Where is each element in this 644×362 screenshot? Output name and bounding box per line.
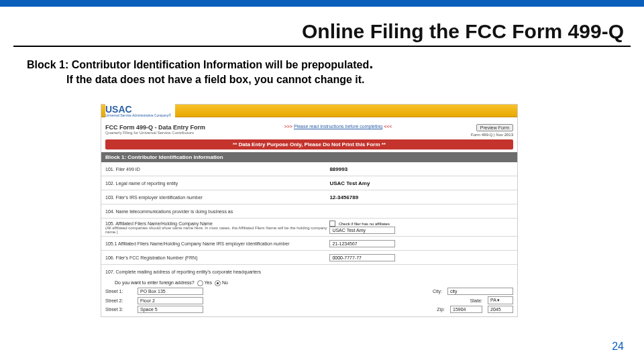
- form-gold-bar: USAC Universal Service Administrative Co…: [101, 105, 517, 117]
- form-instructions: >>> Please read instructions before comp…: [205, 124, 471, 137]
- label-107: 107. Complete mailing address of reporti…: [105, 269, 513, 274]
- body-line1: Contributor Identification Information w…: [68, 59, 369, 70]
- block-header: Block 1: Contributor Identification Info…: [101, 152, 517, 162]
- top-accent-bar: [0, 0, 644, 7]
- form-title-left: FCC Form 499-Q - Data Entry Form Quarter…: [105, 124, 205, 137]
- zip-label: Zip:: [426, 307, 445, 312]
- usac-logo: USAC Universal Service Administrative Co…: [105, 103, 175, 117]
- label-103: 103. Filer's IRS employer identification…: [105, 195, 329, 200]
- body-text: Block 1: Contributor Identification Info…: [0, 54, 644, 86]
- street3-input[interactable]: Space 5: [138, 306, 203, 313]
- label-102: 102. Legal name of reporting entity: [105, 181, 329, 186]
- body-line2: If the data does not have a field box, y…: [66, 72, 617, 87]
- street2-label: Street 2:: [105, 298, 132, 303]
- no-affiliates-checkbox[interactable]: [329, 221, 335, 227]
- slide-title: Online Filing the FCC Form 499-Q: [0, 7, 644, 46]
- instructions-link[interactable]: Please read instructions before completi…: [294, 124, 382, 129]
- label-101: 101. Filer 499 ID: [105, 167, 329, 172]
- affiliated-ein-input[interactable]: 21-1234567: [329, 240, 395, 247]
- city-input[interactable]: city: [447, 288, 513, 295]
- form-stamp: Form 499-Q | Nov 2013: [471, 133, 513, 137]
- value-101: 889993: [329, 166, 513, 172]
- title-underline: [13, 46, 631, 47]
- label-104: 104. Name telecommunications provider is…: [105, 209, 329, 214]
- foreign-yes-radio[interactable]: [197, 280, 203, 286]
- label-1051: 105.1 Affiliated Filers Name/Holding Com…: [105, 241, 329, 246]
- value-105: Check if filer has no affiliates USAC Te…: [329, 221, 513, 234]
- form-title-right: Preview Form Form 499-Q | Nov 2013: [471, 124, 513, 137]
- label-105: 105. Affiliated Filers Name/Holding Comp…: [105, 221, 329, 234]
- page-number: 24: [612, 341, 624, 353]
- state-label: State:: [464, 298, 482, 303]
- street1-label: Street 1:: [105, 289, 132, 294]
- preview-form-button[interactable]: Preview Form: [476, 124, 513, 131]
- foreign-address-question: Do you want to enter foreign address? Ye…: [101, 278, 517, 287]
- foreign-no-radio[interactable]: [215, 280, 221, 286]
- affiliated-name-input[interactable]: USAC Test Amy: [329, 227, 395, 234]
- block-label: Block 1:: [27, 59, 68, 70]
- value-103: 12-3456789: [329, 194, 513, 200]
- frn-input[interactable]: 0000-7777-77: [329, 254, 395, 261]
- street3-label: Street 3:: [105, 307, 132, 312]
- zip4-input[interactable]: 2045: [488, 306, 513, 313]
- body-period: .: [369, 55, 373, 72]
- street1-input[interactable]: PO Box 135: [138, 288, 203, 295]
- value-102: USAC Test Amy: [329, 180, 513, 186]
- city-label: City:: [423, 289, 442, 294]
- embedded-form: USAC Universal Service Administrative Co…: [101, 104, 518, 317]
- zip-input[interactable]: 15904: [450, 306, 482, 313]
- state-select[interactable]: PA ▾: [488, 296, 513, 304]
- street2-input[interactable]: Floor 2: [138, 297, 203, 304]
- label-106: 106. Filer's FCC Registration Number (FR…: [105, 255, 329, 260]
- red-banner: ** Data Entry Purpose Only, Please Do No…: [105, 139, 513, 149]
